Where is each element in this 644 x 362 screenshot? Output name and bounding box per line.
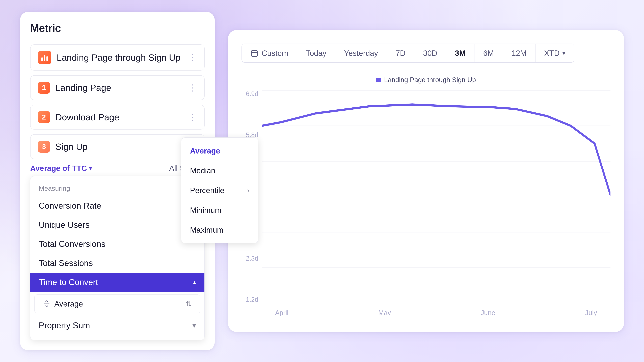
svg-rect-4 xyxy=(252,51,258,56)
x-label-may: May xyxy=(378,309,391,317)
chart-area: Landing Page through Sign Up 6.9d 5.8d 4… xyxy=(242,76,610,319)
measure-time-to-convert[interactable]: Time to Convert ▴ xyxy=(30,273,204,292)
funnel-title-name: Landing Page through Sign Up xyxy=(57,52,180,63)
chart-panel: Custom Today Yesterday 7D 30D 3M 6M 12M xyxy=(228,30,624,332)
x-label-april: April xyxy=(275,309,288,317)
step-1-badge: 1 xyxy=(38,82,50,94)
measure-unique-users[interactable]: Unique Users xyxy=(30,215,204,234)
y-label-6: 6.9d xyxy=(246,90,258,97)
step-1-name: Landing Page xyxy=(55,82,111,93)
time-btn-12m[interactable]: 12M xyxy=(503,44,535,62)
time-btn-custom[interactable]: Custom xyxy=(242,44,297,62)
time-range-bar: Custom Today Yesterday 7D 30D 3M 6M 12M xyxy=(242,43,574,63)
step-3-name: Sign Up xyxy=(55,141,88,152)
step-2-row[interactable]: 2 Download Page ⋮ xyxy=(30,105,204,130)
time-btn-3m[interactable]: 3M xyxy=(446,44,474,62)
measure-total-sessions[interactable]: Total Sessions xyxy=(30,254,204,273)
step-3-left: 3 Sign Up xyxy=(38,141,88,153)
time-btn-7d[interactable]: 7D xyxy=(387,44,414,62)
sub-dropdown: Average Median Percentile › Minimum Maxi… xyxy=(181,137,258,243)
time-btn-today[interactable]: Today xyxy=(297,44,335,62)
step-2-left: 2 Download Page xyxy=(38,111,119,123)
sub-item-minimum[interactable]: Minimum xyxy=(181,200,258,220)
average-sub-row[interactable]: Average ⇅ xyxy=(34,295,200,313)
x-axis: April May June July xyxy=(262,309,610,317)
average-sub-left: Average xyxy=(43,299,83,308)
step-3-row[interactable]: 3 Sign Up ⋮ xyxy=(30,134,204,159)
sub-item-maximum[interactable]: Maximum xyxy=(181,220,258,240)
time-btn-6m[interactable]: 6M xyxy=(474,44,503,62)
percentile-arrow-icon: › xyxy=(247,187,250,194)
step-1-row[interactable]: 1 Landing Page ⋮ xyxy=(30,75,204,100)
measure-total-conversions[interactable]: Total Conversions xyxy=(30,234,204,254)
funnel-title-left: Landing Page through Sign Up xyxy=(38,51,180,64)
x-label-july: July xyxy=(585,309,597,317)
y-label-2: 2.3d xyxy=(246,255,258,262)
avg-ttc-chevron-icon: ▾ xyxy=(89,165,92,172)
average-sort-icon: ⇅ xyxy=(186,300,192,308)
y-label-1: 1.2d xyxy=(246,296,258,303)
property-sum-row[interactable]: Property Sum ▾ xyxy=(30,316,204,335)
sub-item-percentile[interactable]: Percentile › xyxy=(181,180,258,200)
step-2-menu[interactable]: ⋮ xyxy=(188,112,197,122)
line-chart-svg xyxy=(262,90,610,303)
chart-svg-container: 6.9d 5.8d 4.6d 3.5d 2.3d 1.2d xyxy=(242,90,610,317)
metric-label: Metric xyxy=(30,22,204,34)
measuring-title: Measuring xyxy=(30,181,204,196)
step-2-name: Download Page xyxy=(55,112,119,122)
sub-item-average[interactable]: Average xyxy=(181,141,258,161)
chart-line xyxy=(262,105,610,195)
time-btn-30d[interactable]: 30D xyxy=(414,44,446,62)
property-sum-chevron-icon: ▾ xyxy=(192,321,196,330)
funnel-title-row[interactable]: Landing Page through Sign Up ⋮ xyxy=(30,44,204,70)
svg-rect-2 xyxy=(46,56,48,61)
calendar-icon xyxy=(250,49,258,57)
x-label-june: June xyxy=(481,309,496,317)
step-1-left: 1 Landing Page xyxy=(38,82,111,94)
measuring-dropdown: Measuring Conversion Rate Unique Users T… xyxy=(30,176,204,340)
step-1-menu[interactable]: ⋮ xyxy=(188,83,197,93)
sort-icon xyxy=(43,300,50,308)
controls-row: Average of TTC ▾ All Steps ▾ xyxy=(30,164,204,173)
chart-legend: Landing Page through Sign Up xyxy=(242,76,610,84)
legend-label: Landing Page through Sign Up xyxy=(384,76,476,84)
time-btn-xtd[interactable]: XTD ▾ xyxy=(536,44,574,62)
funnel-title-menu[interactable]: ⋮ xyxy=(188,52,197,62)
step-2-badge: 2 xyxy=(38,111,50,123)
time-btn-yesterday[interactable]: Yesterday xyxy=(335,44,387,62)
time-to-convert-chevron-icon: ▴ xyxy=(193,279,196,286)
svg-rect-1 xyxy=(44,55,46,61)
avg-ttc-button[interactable]: Average of TTC ▾ xyxy=(30,164,92,173)
bar-chart-icon xyxy=(38,51,51,64)
step-3-badge: 3 xyxy=(38,141,50,153)
svg-rect-0 xyxy=(42,57,43,61)
legend-dot xyxy=(376,78,381,82)
main-container: Metric Landing Page through Sign Up ⋮ 1 xyxy=(0,0,644,362)
sub-item-median[interactable]: Median xyxy=(181,161,258,180)
xtd-chevron-icon: ▾ xyxy=(562,50,565,57)
measure-conversion-rate[interactable]: Conversion Rate xyxy=(30,196,204,215)
